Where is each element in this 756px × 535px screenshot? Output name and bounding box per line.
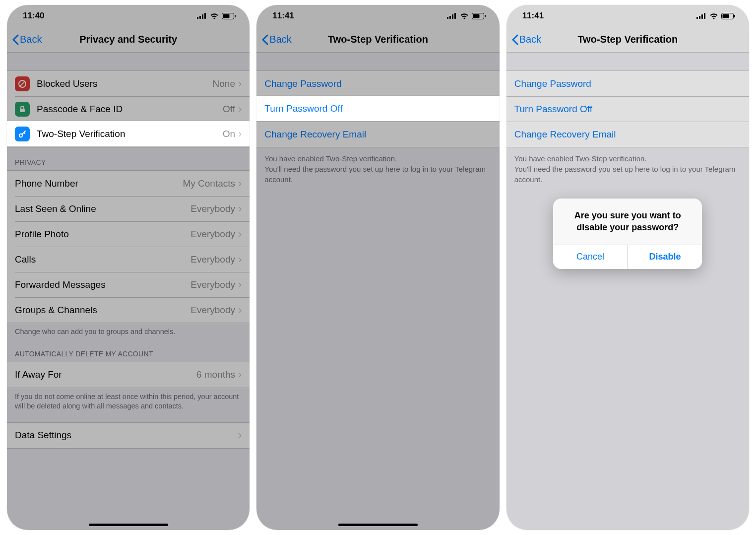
svg-rect-12	[447, 17, 448, 19]
label: Change Password	[514, 78, 591, 89]
row-value: On	[223, 129, 235, 139]
row-label: Blocked Users	[37, 78, 213, 89]
row-label: Profile Photo	[15, 229, 190, 240]
delete-header: AUTOMATICALLY DELETE MY ACCOUNT	[7, 339, 250, 362]
svg-rect-14	[452, 14, 453, 19]
label: Cancel	[576, 252, 604, 262]
svg-rect-1	[199, 16, 201, 19]
back-label: Back	[519, 34, 541, 45]
data-settings-group: Data Settings ›	[7, 422, 250, 449]
chevron-right-icon: ›	[238, 228, 242, 241]
home-indicator[interactable]	[89, 524, 168, 526]
chevron-right-icon: ›	[238, 304, 242, 317]
row-label: Passcode & Face ID	[37, 104, 223, 115]
row-label: Groups & Channels	[15, 305, 190, 316]
delete-group: If Away For 6 months ›	[7, 362, 250, 388]
chevron-left-icon	[511, 34, 518, 45]
screenshot-2: 11:41 Back Two-Step Verification Change …	[256, 5, 499, 530]
label: Disable	[649, 252, 681, 262]
svg-rect-20	[699, 16, 700, 19]
chevron-left-icon	[12, 34, 19, 45]
cancel-button[interactable]: Cancel	[553, 245, 628, 269]
row-passcode[interactable]: Passcode & Face ID Off ›	[7, 96, 250, 122]
change-recovery-email[interactable]: Change Recovery Email	[506, 122, 749, 147]
page-title: Two-Step Verification	[506, 34, 749, 45]
turn-password-off[interactable]: Turn Password Off	[506, 96, 749, 122]
highlight-turn-off: Turn Password Off	[256, 96, 499, 121]
svg-rect-15	[454, 13, 456, 19]
alert-buttons: Cancel Disable	[553, 245, 702, 269]
row-value: Everybody	[190, 203, 235, 214]
row-label: Data Settings	[15, 430, 238, 441]
status-icons	[197, 13, 236, 19]
svg-rect-19	[696, 17, 698, 19]
row-calls[interactable]: Calls Everybody ›	[7, 247, 250, 272]
label: Turn Password Off	[514, 104, 592, 115]
row-value: Everybody	[190, 279, 235, 290]
wifi-icon	[210, 13, 219, 19]
status-time: 11:41	[272, 11, 294, 21]
row-value: 6 months	[196, 369, 235, 380]
row-groups[interactable]: Groups & Channels Everybody ›	[7, 297, 250, 323]
row-forwarded[interactable]: Forwarded Messages Everybody ›	[7, 272, 250, 297]
change-password[interactable]: Change Password	[506, 71, 749, 96]
twostep-options: Change Password Turn Password Off Change…	[506, 70, 749, 147]
status-time: 11:41	[522, 11, 544, 21]
row-value: Everybody	[190, 229, 235, 240]
home-indicator[interactable]	[338, 524, 418, 526]
turn-password-off-highlight[interactable]: Turn Password Off	[256, 96, 499, 121]
svg-rect-22	[704, 13, 705, 19]
nav-bar: Back Privacy and Security	[7, 27, 250, 53]
row-last-seen[interactable]: Last Seen & Online Everybody ›	[7, 196, 250, 221]
change-password[interactable]: Change Password	[256, 71, 499, 96]
back-label: Back	[20, 34, 42, 45]
key-icon	[15, 127, 30, 141]
svg-rect-9	[20, 109, 25, 112]
row-value: Off	[223, 104, 235, 115]
confirm-dialog: Are you sure you want to disable your pa…	[553, 199, 702, 269]
chevron-right-icon: ›	[238, 253, 242, 266]
row-label: Last Seen & Online	[15, 203, 190, 214]
svg-rect-25	[734, 15, 735, 17]
lock-icon	[15, 102, 30, 117]
status-time: 11:40	[23, 11, 44, 21]
row-value: None	[213, 78, 235, 89]
row-label: Calls	[15, 254, 190, 265]
twostep-footer: You have enabled Two-Step verification. …	[506, 147, 749, 191]
row-label: Phone Number	[15, 178, 183, 189]
status-bar: 11:41	[256, 5, 499, 27]
twostep-footer: You have enabled Two-Step verification. …	[256, 147, 499, 191]
status-bar: 11:41	[506, 5, 749, 27]
row-value: Everybody	[190, 254, 235, 265]
screenshot-1: 11:40 Back Privacy and Security Blocked …	[7, 5, 250, 530]
cellular-icon	[447, 13, 457, 19]
row-blocked-users[interactable]: Blocked Users None ›	[7, 71, 250, 96]
chevron-right-icon: ›	[238, 368, 242, 381]
label: Change Recovery Email	[514, 129, 616, 140]
privacy-group: Phone Number My Contacts › Last Seen & O…	[7, 170, 250, 323]
back-button[interactable]: Back	[506, 34, 541, 45]
row-label: Forwarded Messages	[15, 279, 190, 290]
row-value: Everybody	[190, 305, 235, 316]
disable-button[interactable]: Disable	[628, 245, 702, 269]
row-phone-number[interactable]: Phone Number My Contacts ›	[7, 171, 250, 196]
chevron-right-icon: ›	[238, 103, 242, 116]
label: Change Password	[264, 78, 341, 89]
status-bar: 11:40	[7, 5, 250, 27]
battery-icon	[472, 13, 486, 19]
battery-icon	[222, 13, 236, 19]
back-button[interactable]: Back	[7, 34, 42, 45]
chevron-right-icon: ›	[238, 202, 242, 215]
change-recovery-email[interactable]: Change Recovery Email	[256, 122, 499, 147]
status-icons	[696, 13, 735, 19]
row-data-settings[interactable]: Data Settings ›	[7, 423, 250, 448]
svg-rect-2	[202, 14, 203, 19]
chevron-right-icon: ›	[238, 177, 242, 190]
row-profile-photo[interactable]: Profile Photo Everybody ›	[7, 221, 250, 247]
back-button[interactable]: Back	[256, 34, 291, 45]
row-label: If Away For	[15, 369, 196, 380]
row-two-step-highlight[interactable]: Two-Step Verification On ›	[7, 121, 250, 146]
delete-footer: If you do not come online at least once …	[7, 388, 250, 422]
status-icons	[447, 13, 486, 19]
row-if-away[interactable]: If Away For 6 months ›	[7, 362, 250, 388]
